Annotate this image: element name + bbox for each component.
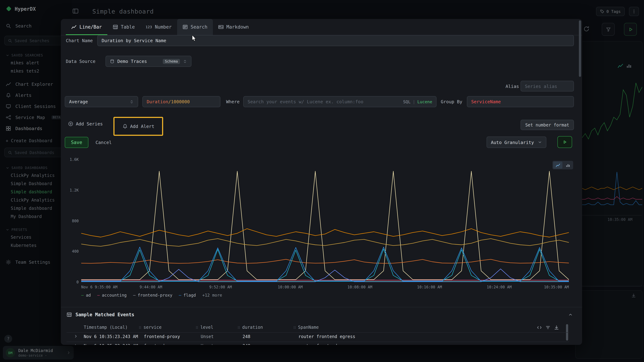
x-axis-tick: 10:35:00 AM xyxy=(544,285,569,289)
database-icon xyxy=(110,59,114,64)
legend-label: ad xyxy=(86,293,91,298)
tab-markdown[interactable]: Markdown xyxy=(213,19,254,35)
row-divider xyxy=(66,342,569,342)
series-spike-tall xyxy=(81,171,569,280)
legend-item[interactable]: —frontend-proxy xyxy=(133,293,172,298)
x-axis-tick: 10:24:00 AM xyxy=(487,285,512,289)
legend-item[interactable]: —ad xyxy=(81,293,91,298)
legend-label: frontend-proxy xyxy=(138,293,172,298)
column-header-service[interactable]: service xyxy=(138,325,162,330)
x-axis: Nov 6 9:35:00 AM9:44:00 AM9:52:00 AM10:0… xyxy=(81,285,569,291)
y-axis: 04008001.2K1.6K xyxy=(64,160,79,282)
column-header-timestamp[interactable]: Timestamp (Local) xyxy=(84,325,128,330)
granularity-select[interactable]: Auto Granularity xyxy=(486,137,546,148)
legend-label: accounting xyxy=(102,293,127,298)
data-source-select[interactable]: Demo Traces Schema xyxy=(106,56,192,67)
y-axis-tick: 1.6K xyxy=(70,157,79,162)
add-alert-highlight-box: Add Alert xyxy=(114,117,163,136)
legend-swatch: — xyxy=(81,293,84,298)
download-icon[interactable] xyxy=(554,325,559,330)
play-icon xyxy=(562,140,567,144)
code-view-icon[interactable] xyxy=(537,325,542,330)
modal-scrollbar[interactable] xyxy=(579,20,581,77)
where-label: Where xyxy=(226,99,240,104)
series-orange-low xyxy=(81,259,569,263)
tab-line-bar[interactable]: Line/Bar xyxy=(66,19,107,35)
aggregation-select[interactable]: Average xyxy=(65,96,138,107)
legend-item[interactable]: —accounting xyxy=(97,293,127,298)
bell-icon xyxy=(122,124,128,129)
updown-chevron-icon xyxy=(183,59,187,63)
grip-icon xyxy=(195,325,199,329)
table-icon xyxy=(66,312,72,317)
chart-legend: —ad—accounting—frontend-proxy—flagd+12 m… xyxy=(81,293,222,298)
group-by-input[interactable]: ServiceName xyxy=(467,96,574,107)
table-icon xyxy=(112,24,118,30)
y-axis-tick: 400 xyxy=(72,249,79,254)
search-results-icon xyxy=(182,24,188,30)
row-divider xyxy=(66,332,569,333)
x-axis-tick: Nov 6 9:35:00 AM xyxy=(81,285,117,289)
y-axis-tick: 0 xyxy=(76,280,79,284)
series-khaki-mid xyxy=(81,239,569,246)
line-ch art-icon xyxy=(71,24,76,30)
chart-name-input[interactable]: Duration by Service Name xyxy=(97,35,574,46)
plus-circle-icon xyxy=(68,121,73,127)
legend-swatch: — xyxy=(133,293,136,298)
legend-label: flagd xyxy=(184,293,196,298)
save-button[interactable]: Save xyxy=(65,137,88,148)
markdown-icon xyxy=(218,24,224,30)
mouse-cursor xyxy=(192,35,197,41)
run-chart-button[interactable] xyxy=(558,136,572,148)
lucene-toggle[interactable]: Lucene xyxy=(417,99,432,104)
legend-item[interactable]: —flagd xyxy=(179,293,196,298)
editor-tabs: Line/Bar Table 123 Number Search Markdow… xyxy=(61,19,582,35)
grip-icon xyxy=(237,325,241,329)
tab-number[interactable]: 123 Number xyxy=(140,19,177,35)
add-alert-button[interactable]: Add Alert xyxy=(120,123,156,129)
alias-label: Alias xyxy=(506,84,519,89)
x-axis-tick: 10:16:00 AM xyxy=(417,285,442,289)
legend-swatch: — xyxy=(97,293,100,298)
section-divider xyxy=(61,307,582,307)
filter-columns-icon[interactable] xyxy=(545,325,550,330)
field-input[interactable]: Duration/1000000 xyxy=(142,96,220,107)
app-root: Simple dashboard 0 Tags 10:35:00 AM Hype… xyxy=(0,0,644,362)
chart-name-label: Chart Name xyxy=(66,38,93,43)
x-axis-tick: 10:00:00 AM xyxy=(278,285,303,289)
chevron-up-icon xyxy=(568,312,573,317)
number-icon: 123 xyxy=(146,25,152,29)
data-source-label: Data Source xyxy=(66,59,96,64)
series-blue-spikes xyxy=(81,247,569,281)
x-axis-tick: 9:52:00 AM xyxy=(209,285,232,289)
legend-swatch: — xyxy=(179,293,182,298)
duration-line-chart[interactable] xyxy=(81,160,569,282)
grip-icon xyxy=(138,325,142,329)
sql-toggle[interactable]: SQL xyxy=(403,99,410,104)
where-input[interactable]: Search your events w/ Lucene ex. column:… xyxy=(243,96,436,107)
y-axis-tick: 1.2K xyxy=(70,188,79,192)
column-header-level[interactable]: level xyxy=(195,325,213,330)
add-series-button[interactable]: Add Series xyxy=(66,121,105,127)
sample-events-header[interactable]: Sample Matched Events xyxy=(66,310,573,319)
row-expand-chevron[interactable] xyxy=(74,334,78,339)
column-header-spanname[interactable]: SpanName xyxy=(293,325,319,330)
grip-icon xyxy=(293,325,296,329)
legend-more[interactable]: +12 more xyxy=(202,293,222,298)
schema-badge: Schema xyxy=(163,59,180,64)
x-axis-tick: 9:44:00 AM xyxy=(140,285,162,289)
tab-search[interactable]: Search xyxy=(177,19,213,35)
column-header-duration[interactable]: duration xyxy=(237,325,263,330)
row-expand-chevron[interactable] xyxy=(74,344,78,345)
cancel-button[interactable]: Cancel xyxy=(96,140,112,145)
group-by-label: Group By xyxy=(441,99,462,104)
alias-input[interactable]: Series alias xyxy=(520,81,574,91)
updown-chevron-icon xyxy=(130,100,134,104)
x-axis-tick: 10:08:00 AM xyxy=(348,285,372,289)
tab-table[interactable]: Table xyxy=(107,19,140,35)
chevron-down-icon xyxy=(538,140,542,144)
chart-editor-modal: Line/Bar Table 123 Number Search Markdow… xyxy=(61,19,582,345)
sample-events-title: Sample Matched Events xyxy=(76,312,134,317)
set-number-format-button[interactable]: Set number format xyxy=(520,120,574,130)
y-axis-tick: 800 xyxy=(72,218,79,223)
